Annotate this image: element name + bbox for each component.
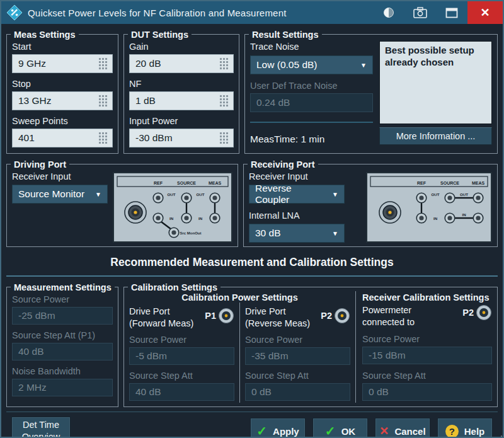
source-step-att-p1-field: 40 dB bbox=[12, 343, 113, 360]
start-input[interactable]: 9 GHz bbox=[12, 54, 113, 73]
connector-amber-pin bbox=[134, 210, 137, 214]
apply-button[interactable]: ✓ Apply bbox=[250, 418, 306, 438]
stop-label: Stop bbox=[12, 79, 113, 89]
dut-settings-group: DUT Settings Gain 20 dB NF 1 dB bbox=[123, 34, 239, 154]
setup-info-box: Best possible setup already chosen bbox=[379, 41, 492, 124]
cal-fwd-source-step-att-label: Source Step Att bbox=[129, 371, 234, 381]
keypad-icon bbox=[220, 95, 228, 107]
dut-settings-title: DUT Settings bbox=[128, 28, 192, 41]
diagram-in-label: IN bbox=[433, 216, 438, 221]
check-icon: ✓ bbox=[256, 425, 267, 437]
port-p1-label: P1 bbox=[205, 311, 216, 321]
noise-bandwidth-field: 2 MHz bbox=[12, 379, 113, 396]
internal-lna-dropdown[interactable]: 30 dB ▼ bbox=[249, 224, 345, 243]
chevron-down-icon: ▼ bbox=[90, 191, 101, 198]
cal-recv-source-power-field: -15 dBm bbox=[362, 347, 492, 364]
cal-column-receiver: Receiver Calibration Settings Powermeter… bbox=[355, 291, 497, 403]
cal-column-forward: Drive Port (Forward Meas) P1 bbox=[124, 303, 239, 403]
maximize-button[interactable] bbox=[436, 1, 467, 24]
screenshot-button[interactable] bbox=[404, 1, 436, 24]
meas-time-text: MeasTime: 1 min bbox=[250, 134, 373, 145]
input-power-input[interactable]: -30 dBm bbox=[129, 129, 234, 147]
dim-toggle-button[interactable] bbox=[373, 1, 404, 24]
cal-recv-source-power-label: Source Power bbox=[362, 334, 492, 344]
cross-icon: ✕ bbox=[379, 425, 389, 437]
port-p2-label: P2 bbox=[462, 308, 474, 318]
divider bbox=[250, 122, 373, 123]
powermeter-connected-heading: Powermeter connected to bbox=[362, 304, 462, 328]
source-power-label: Source Power bbox=[12, 294, 113, 304]
chevron-down-icon: ▼ bbox=[327, 191, 338, 198]
diagram-ref-label: REF bbox=[417, 181, 427, 185]
receiving-port-diagram: REF SOURCE MEAS bbox=[366, 172, 492, 243]
det-time-overview-button[interactable]: Det Time Overview bbox=[11, 417, 71, 438]
sweep-points-input[interactable]: 401 bbox=[12, 129, 113, 147]
diagram-source-label: SOURCE bbox=[440, 181, 459, 185]
gain-label: Gain bbox=[129, 42, 234, 52]
stop-input[interactable]: 13 GHz bbox=[12, 91, 113, 110]
drive-port-reverse-heading: Drive Port (Reverse Meas) bbox=[245, 306, 321, 330]
connector-amber-pin bbox=[388, 210, 391, 214]
diagram-source-label: SOURCE bbox=[177, 181, 196, 185]
cal-column-reverse: Drive Port (Reverse Meas) P2 bbox=[239, 303, 355, 403]
titlebar: Quickset Power Levels for NF Calibration… bbox=[1, 1, 503, 24]
diagram-in-label: IN bbox=[198, 216, 203, 221]
diagram-meas-label: MEAS bbox=[472, 181, 485, 185]
trace-noise-label: Trace Noise bbox=[250, 42, 373, 52]
result-settings-title: Result Settings bbox=[249, 28, 322, 41]
keypad-icon bbox=[220, 132, 228, 144]
contrast-circle-icon bbox=[382, 6, 395, 19]
driving-port-title: Driving Port bbox=[11, 158, 69, 171]
diagram-src-mon-label: Src MonOut bbox=[180, 231, 202, 235]
diagram-ref-label: REF bbox=[154, 181, 163, 185]
receiving-receiver-input-dropdown[interactable]: Reverse Coupler ▼ bbox=[249, 185, 345, 204]
cal-recv-source-step-att-field: 0 dB bbox=[362, 383, 492, 401]
start-label: Start bbox=[12, 42, 113, 52]
driving-port-diagram: REF SOURCE MEAS bbox=[113, 172, 232, 243]
more-information-button[interactable]: More Information ... bbox=[379, 127, 492, 145]
chevron-down-icon: ▼ bbox=[327, 230, 338, 237]
port-connector-icon bbox=[334, 308, 350, 324]
driving-receiver-input-dropdown[interactable]: Source Monitor ▼ bbox=[12, 185, 108, 204]
keypad-icon bbox=[220, 58, 228, 69]
divider bbox=[6, 275, 498, 277]
cal-rev-source-step-att-field: 0 dB bbox=[245, 383, 350, 401]
nf-input[interactable]: 1 dB bbox=[129, 91, 234, 110]
calibration-settings-group: Calibration Settings Calibration Power S… bbox=[123, 287, 498, 407]
camera-icon bbox=[413, 7, 427, 18]
driving-receiver-input-label: Receiver Input bbox=[12, 171, 108, 182]
cal-rev-source-power-label: Source Power bbox=[245, 335, 350, 345]
cal-rev-source-step-att-label: Source Step Att bbox=[245, 371, 350, 381]
close-button[interactable]: ✕ bbox=[467, 1, 503, 24]
cal-fwd-source-power-field: -5 dBm bbox=[129, 347, 234, 365]
gain-input[interactable]: 20 dB bbox=[129, 54, 234, 73]
internal-lna-label: Internal LNA bbox=[249, 210, 361, 221]
keypad-icon bbox=[99, 95, 107, 107]
chevron-down-icon: ▼ bbox=[355, 62, 367, 69]
calibration-settings-title: Calibration Settings bbox=[128, 281, 220, 294]
trace-noise-dropdown[interactable]: Low (0.05 dB) ▼ bbox=[250, 55, 373, 74]
recommended-settings-heading: Recommended Measurement and Calibration … bbox=[6, 256, 498, 269]
question-mark-icon: ? bbox=[445, 425, 459, 438]
cal-fwd-source-power-label: Source Power bbox=[129, 335, 234, 345]
nf-label: NF bbox=[129, 79, 234, 89]
footer-bar: Det Time Overview ✓ Apply ✓ OK ✕ Cancel … bbox=[6, 412, 498, 438]
diagram-in-label: IN bbox=[462, 212, 466, 217]
port-p2-label: P2 bbox=[321, 311, 332, 321]
cal-recv-source-step-att-label: Source Step Att bbox=[362, 371, 492, 381]
meas-settings-title: Meas Settings bbox=[11, 28, 79, 41]
close-icon: ✕ bbox=[480, 7, 490, 18]
cancel-button[interactable]: ✕ Cancel bbox=[375, 418, 430, 438]
diagram-meas-label: MEAS bbox=[209, 181, 222, 185]
measurement-settings-title: Measurement Settings bbox=[11, 281, 115, 294]
ok-button[interactable]: ✓ OK bbox=[312, 418, 368, 438]
help-button[interactable]: ? Help bbox=[437, 418, 493, 438]
cal-rev-source-power-field: -35 dBm bbox=[245, 347, 350, 365]
quickset-dialog: Quickset Power Levels for NF Calibration… bbox=[0, 0, 504, 438]
diagram-out-label: OUT bbox=[196, 192, 204, 197]
noise-bandwidth-label: Noise Bandwidth bbox=[12, 366, 113, 376]
driving-port-group: Driving Port Receiver Input Source Monit… bbox=[6, 164, 238, 247]
drive-port-forward-heading: Drive Port (Forward Meas) bbox=[129, 306, 205, 330]
resize-grip[interactable] bbox=[498, 433, 500, 434]
diagram-out-label: OUT bbox=[431, 192, 439, 197]
